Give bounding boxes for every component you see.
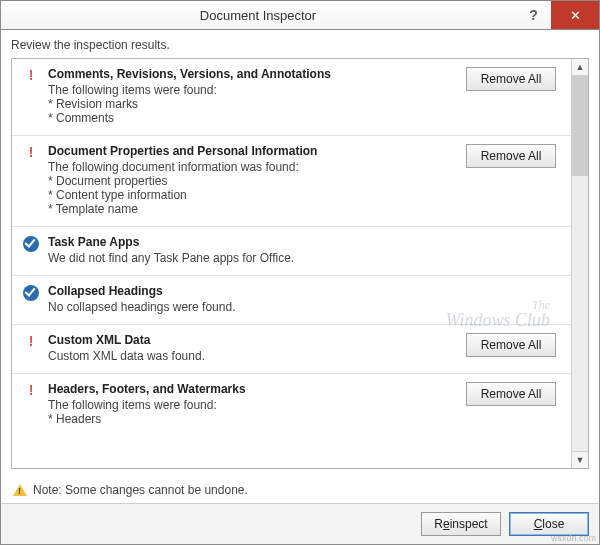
section-description: The following document information was f…: [48, 160, 458, 174]
results-panel: !Comments, Revisions, Versions, and Anno…: [11, 58, 589, 469]
inspection-section: !Headers, Footers, and WatermarksThe fol…: [12, 374, 571, 436]
alert-icon: !: [29, 334, 34, 363]
footer-note-text: Note: Some changes cannot be undone.: [33, 483, 248, 497]
section-description: We did not find any Task Pane apps for O…: [48, 251, 561, 265]
window-title: Document Inspector: [1, 8, 515, 23]
section-item: * Document properties: [48, 174, 458, 188]
section-title: Headers, Footers, and Watermarks: [48, 382, 458, 396]
inspection-section: Collapsed HeadingsNo collapsed headings …: [12, 276, 571, 325]
remove-all-button[interactable]: Remove All: [466, 67, 556, 91]
section-description: The following items were found:: [48, 83, 458, 97]
scroll-thumb[interactable]: [572, 76, 588, 176]
alert-icon: !: [29, 145, 34, 216]
titlebar-buttons: ? ✕: [515, 1, 599, 29]
section-title: Document Properties and Personal Informa…: [48, 144, 458, 158]
reinspect-button[interactable]: Reinspect: [421, 512, 501, 536]
section-title: Comments, Revisions, Versions, and Annot…: [48, 67, 458, 81]
review-label: Review the inspection results.: [1, 30, 599, 56]
titlebar: Document Inspector ? ✕: [0, 0, 600, 30]
section-title: Custom XML Data: [48, 333, 458, 347]
vertical-scrollbar[interactable]: ▲ ▼: [571, 59, 588, 468]
inspection-section: !Custom XML DataCustom XML data was foun…: [12, 325, 571, 374]
inspection-section: !Document Properties and Personal Inform…: [12, 136, 571, 227]
alert-icon: !: [29, 68, 34, 125]
dialog-body: Review the inspection results. !Comments…: [0, 30, 600, 545]
section-item: * Headers: [48, 412, 458, 426]
close-window-button[interactable]: ✕: [551, 1, 599, 29]
help-button[interactable]: ?: [515, 1, 551, 29]
section-item: * Template name: [48, 202, 458, 216]
warning-icon: [13, 484, 27, 496]
section-item: * Revision marks: [48, 97, 458, 111]
remove-all-button[interactable]: Remove All: [466, 333, 556, 357]
section-title: Collapsed Headings: [48, 284, 561, 298]
remove-all-button[interactable]: Remove All: [466, 144, 556, 168]
inspection-section: Task Pane AppsWe did not find any Task P…: [12, 227, 571, 276]
source-label: wsxdn.com: [551, 533, 596, 543]
inspection-section: !Comments, Revisions, Versions, and Anno…: [12, 59, 571, 136]
section-title: Task Pane Apps: [48, 235, 561, 249]
footer-note: Note: Some changes cannot be undone.: [1, 477, 599, 503]
remove-all-button[interactable]: Remove All: [466, 382, 556, 406]
section-description: No collapsed headings were found.: [48, 300, 561, 314]
scroll-up-button[interactable]: ▲: [572, 59, 588, 76]
button-bar: Reinspect Close: [1, 503, 599, 544]
checkmark-icon: [23, 236, 39, 252]
section-item: * Content type information: [48, 188, 458, 202]
section-description: Custom XML data was found.: [48, 349, 458, 363]
scroll-down-button[interactable]: ▼: [572, 451, 588, 468]
section-description: The following items were found:: [48, 398, 458, 412]
alert-icon: !: [29, 383, 34, 426]
checkmark-icon: [23, 285, 39, 301]
results-list: !Comments, Revisions, Versions, and Anno…: [12, 59, 571, 468]
section-item: * Comments: [48, 111, 458, 125]
